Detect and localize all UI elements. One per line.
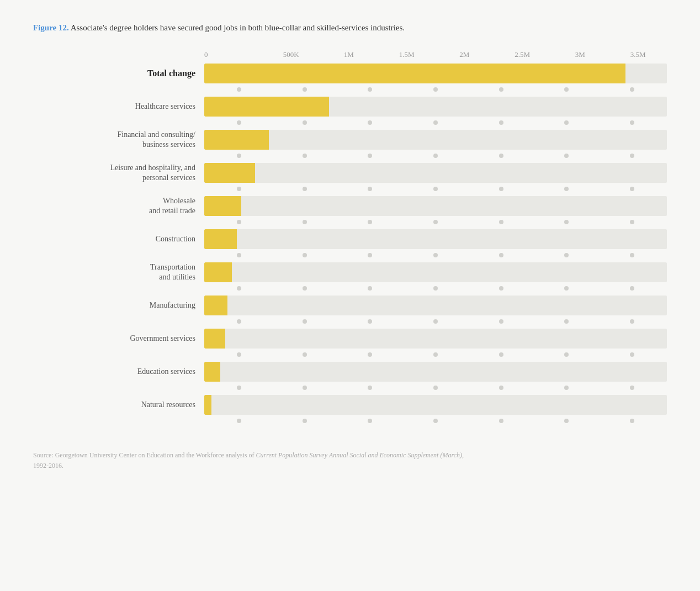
row-group-wholesale: Wholesaleand retail trade [33,196,667,228]
dot-manufacturing-2 [368,319,372,324]
dot-natural-5 [564,419,569,423]
bar-area-natural [204,395,667,415]
dot-education-2 [368,386,372,390]
dot-financial-6 [630,154,634,158]
bar-fill-construction [204,229,237,249]
dot-education-6 [630,386,634,390]
dot-wholesale-4 [499,220,503,224]
dots-area-government [204,352,667,357]
dot-transportation-2 [368,286,372,291]
dot-leisure-3 [433,187,438,191]
dot-financial-2 [368,154,372,158]
dot-financial-4 [499,154,503,158]
dot-wholesale-2 [368,220,372,224]
dot-construction-5 [564,253,569,257]
dot-manufacturing-4 [499,319,503,324]
dot-government-0 [237,352,241,357]
dot-government-3 [433,352,438,357]
dot-financial-0 [237,154,241,158]
row-group-healthcare: Healthcare services [33,97,667,129]
dots-area-total-change [204,87,667,92]
dot-manufacturing-5 [564,319,569,324]
dot-manufacturing-6 [630,319,634,324]
row-group-manufacturing: Manufacturing [33,296,667,328]
dots-area-leisure [204,187,667,191]
dot-leisure-5 [564,187,569,191]
bar-row-healthcare: Healthcare services [33,97,667,117]
bar-area-manufacturing [204,296,667,315]
dots-area-construction [204,253,667,257]
figure-label: Figure 12. [33,23,69,32]
bar-area-transportation [204,262,667,282]
row-label-financial: Financial and consulting/business servic… [33,130,204,150]
row-group-construction: Construction [33,229,667,261]
row-label-total-change: Total change [33,68,204,80]
dot-leisure-6 [630,187,634,191]
bar-row-government: Government services [33,329,667,349]
dot-total-change-1 [303,87,307,92]
bar-area-financial [204,130,667,150]
dot-total-change-5 [564,87,569,92]
row-label-healthcare: Healthcare services [33,102,204,112]
dot-wholesale-1 [303,220,307,224]
dot-construction-6 [630,253,634,257]
bar-fill-manufacturing [204,296,227,315]
bar-fill-total-change [204,64,625,83]
dot-healthcare-5 [564,120,569,125]
row-group-education: Education services [33,362,667,394]
dots-row-financial [33,150,667,162]
dot-government-4 [499,352,503,357]
dot-total-change-2 [368,87,372,92]
dot-transportation-1 [303,286,307,291]
dot-construction-1 [303,253,307,257]
dot-healthcare-0 [237,120,241,125]
bar-row-transportation: Transportationand utilities [33,262,667,282]
bar-area-construction [204,229,667,249]
bar-row-total-change: Total change [33,64,667,83]
dot-natural-6 [630,419,634,423]
dot-transportation-0 [237,286,241,291]
dot-natural-3 [433,419,438,423]
figure-title: Figure 12. Associate's degree holders ha… [33,22,667,34]
bar-row-manufacturing: Manufacturing [33,296,667,315]
dots-row-healthcare [33,117,667,129]
figure-title-text: Associate's degree holders have secured … [69,23,405,32]
bar-row-wholesale: Wholesaleand retail trade [33,196,667,216]
dots-row-transportation [33,282,667,294]
row-group-transportation: Transportationand utilities [33,262,667,294]
bar-fill-transportation [204,262,232,282]
axis-label-3.5M: 3.5M [609,50,667,59]
bar-fill-financial [204,130,269,150]
dot-natural-1 [303,419,307,423]
dot-healthcare-4 [499,120,503,125]
dot-leisure-4 [499,187,503,191]
dot-transportation-5 [564,286,569,291]
dot-financial-3 [433,154,438,158]
bar-row-construction: Construction [33,229,667,249]
axis-label-1.5M: 1.5M [378,50,436,59]
bar-area-leisure [204,163,667,183]
bar-fill-government [204,329,225,349]
row-group-government: Government services [33,329,667,361]
dot-government-2 [368,352,372,357]
chart-rows: Total changeHealthcare servicesFinancial… [33,64,667,428]
dot-construction-0 [237,253,241,257]
dots-area-education [204,386,667,390]
dot-wholesale-0 [237,220,241,224]
dot-education-0 [237,386,241,390]
dots-area-natural [204,419,667,423]
row-label-transportation: Transportationand utilities [33,262,204,282]
dot-manufacturing-0 [237,319,241,324]
dot-total-change-6 [630,87,634,92]
row-group-leisure: Leisure and hospitality, andpersonal ser… [33,163,667,195]
bar-row-education: Education services [33,362,667,382]
dot-wholesale-5 [564,220,569,224]
dot-education-4 [499,386,503,390]
dots-area-financial [204,154,667,158]
dots-row-wholesale [33,216,667,228]
chart-container: 0500K1M1.5M2M2.5M3M3.5M Total changeHeal… [33,50,667,428]
axis-labels: 0500K1M1.5M2M2.5M3M3.5M [204,50,667,59]
dots-area-healthcare [204,120,667,125]
dot-manufacturing-3 [433,319,438,324]
dot-government-5 [564,352,569,357]
